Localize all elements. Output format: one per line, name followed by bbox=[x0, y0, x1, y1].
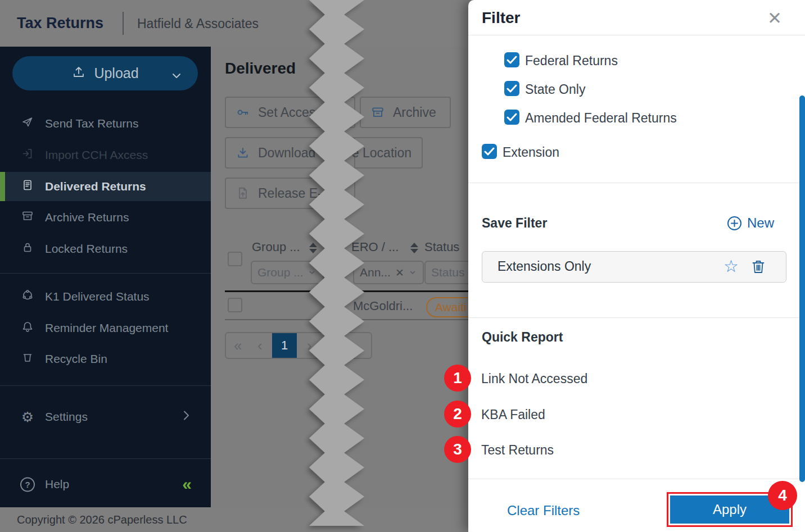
sidebar-item-reminder-management[interactable]: Reminder Management bbox=[0, 316, 211, 340]
sidebar-item-label: Help bbox=[45, 478, 69, 491]
clear-filters-link[interactable]: Clear Filters bbox=[507, 503, 580, 519]
lock-icon bbox=[20, 242, 35, 257]
sidebar-item-k1-delivered-status[interactable]: K1 Delivered Status bbox=[0, 284, 211, 309]
sort-icon[interactable] bbox=[309, 243, 317, 253]
check-icon bbox=[506, 55, 517, 65]
favorite-star-icon[interactable]: ☆ bbox=[723, 256, 739, 276]
upload-icon bbox=[71, 65, 86, 83]
quick-report-kba-failed[interactable]: KBA Failed bbox=[481, 407, 545, 422]
sidebar: Upload Send Tax Returns Import CCH Axces… bbox=[0, 47, 211, 507]
filter-panel-title: Filter bbox=[482, 9, 520, 27]
page-footer: Copyright © 2026 cPaperless LLC bbox=[0, 507, 468, 532]
current-page-button[interactable]: 1 bbox=[272, 333, 297, 358]
check-icon bbox=[484, 147, 495, 156]
ero-filter-dropdown[interactable]: Ann... ✕ bbox=[353, 261, 424, 284]
sidebar-item-archive-returns[interactable]: Archive Returns bbox=[0, 205, 211, 230]
main-content: Delivered Set Access Archive Download e … bbox=[211, 47, 468, 507]
status-filter-dropdown[interactable]: Status bbox=[424, 261, 468, 284]
sidebar-item-label: Settings bbox=[45, 410, 88, 424]
archive-label: Archive bbox=[393, 105, 436, 120]
state-only-checkbox[interactable] bbox=[504, 81, 519, 96]
plus-circle-icon bbox=[727, 216, 742, 231]
close-icon[interactable]: ✕ bbox=[767, 8, 782, 29]
location-label: e Location bbox=[352, 145, 411, 161]
collapse-sidebar-icon[interactable]: « bbox=[182, 475, 192, 494]
upload-label: Upload bbox=[94, 65, 138, 81]
new-filter-button[interactable]: New bbox=[727, 215, 774, 231]
check-icon bbox=[506, 84, 517, 93]
sidebar-divider bbox=[0, 385, 211, 386]
panel-divider bbox=[468, 479, 805, 479]
app-title: Tax Returns bbox=[17, 15, 103, 32]
change-location-button[interactable]: e Location bbox=[326, 137, 423, 169]
sidebar-divider bbox=[0, 273, 211, 274]
sidebar-item-send-tax-returns[interactable]: Send Tax Returns bbox=[0, 111, 211, 136]
new-label: New bbox=[747, 215, 774, 231]
status-badge: Awaiti bbox=[426, 297, 468, 317]
column-header-group[interactable]: Group ... bbox=[252, 240, 300, 254]
archive-icon bbox=[20, 210, 35, 225]
row-checkbox[interactable] bbox=[228, 298, 242, 312]
set-access-button[interactable]: Set Access bbox=[225, 97, 355, 128]
select-all-checkbox[interactable] bbox=[228, 252, 242, 266]
row-ero-value: McGoldri... bbox=[353, 299, 413, 313]
upload-button[interactable]: Upload bbox=[12, 56, 198, 90]
quick-report-test-returns[interactable]: Test Returns bbox=[481, 443, 554, 458]
release-label: Release E- bbox=[258, 186, 322, 201]
check-icon bbox=[506, 112, 517, 122]
tax-returns-app: Tax Returns Hatfield & Associates Upload… bbox=[0, 0, 805, 532]
sidebar-item-label: Delivered Returns bbox=[45, 180, 146, 193]
panel-scrollbar[interactable] bbox=[799, 96, 805, 482]
sidebar-item-locked-returns[interactable]: Locked Returns bbox=[0, 237, 211, 261]
chevron-down-icon bbox=[308, 269, 316, 276]
panel-divider bbox=[468, 183, 805, 183]
federal-returns-checkbox[interactable] bbox=[504, 52, 519, 67]
amended-federal-returns-label: Amended Federal Returns bbox=[525, 111, 677, 126]
trash-icon bbox=[20, 352, 35, 367]
state-only-label: State Only bbox=[525, 82, 585, 97]
annotation-badge-2: 2 bbox=[444, 401, 471, 428]
annotation-badge-3: 3 bbox=[444, 436, 471, 463]
first-page-button[interactable]: « bbox=[234, 333, 242, 358]
saved-filter-row[interactable]: Extensions Only ☆ bbox=[482, 251, 786, 283]
column-header-status[interactable]: Status bbox=[424, 240, 459, 254]
download-label: Download bbox=[258, 145, 315, 161]
archive-box-icon bbox=[371, 106, 385, 119]
chevron-down-icon bbox=[409, 269, 417, 276]
sidebar-item-recycle-bin[interactable]: Recycle Bin bbox=[0, 347, 211, 371]
sidebar-item-label: Import CCH Axcess bbox=[45, 148, 148, 162]
pagination: « ‹ 1 › bbox=[225, 332, 372, 359]
page-title: Delivered bbox=[225, 60, 296, 78]
file-upload-icon bbox=[236, 187, 250, 200]
key-icon bbox=[236, 106, 250, 119]
archive-button[interactable]: Archive bbox=[360, 97, 451, 128]
copyright-text: Copyright © 2026 cPaperless LLC bbox=[17, 513, 187, 526]
saved-filter-name: Extensions Only bbox=[498, 259, 591, 274]
help-icon: ? bbox=[20, 477, 35, 492]
panel-divider bbox=[468, 317, 805, 318]
table-header-divider bbox=[225, 290, 468, 292]
sidebar-item-help[interactable]: ? Help « bbox=[0, 472, 211, 497]
extension-checkbox[interactable] bbox=[482, 144, 497, 159]
annotation-badge-4: 4 bbox=[768, 481, 797, 510]
row-divider bbox=[225, 319, 468, 320]
bell-icon bbox=[20, 321, 35, 336]
sidebar-item-settings[interactable]: ⚙ Settings bbox=[0, 404, 211, 429]
extension-label: Extension bbox=[503, 145, 559, 160]
release-efile-button[interactable]: Release E- bbox=[225, 178, 355, 209]
prev-page-button[interactable]: ‹ bbox=[257, 333, 263, 358]
sidebar-item-label: Recycle Bin bbox=[45, 352, 107, 366]
group-filter-dropdown[interactable]: Group ... bbox=[251, 261, 324, 284]
k1-sphere-icon bbox=[20, 289, 35, 304]
amended-federal-returns-checkbox[interactable] bbox=[504, 110, 519, 125]
federal-returns-label: Federal Returns bbox=[525, 53, 618, 69]
sort-icon[interactable] bbox=[410, 243, 418, 253]
import-icon bbox=[20, 148, 35, 163]
column-header-ero[interactable]: ERO / ... bbox=[351, 240, 399, 254]
sidebar-item-delivered-returns[interactable]: Delivered Returns bbox=[0, 174, 211, 199]
clear-chip-icon[interactable]: ✕ bbox=[395, 266, 404, 279]
delete-filter-icon[interactable] bbox=[751, 259, 766, 277]
quick-report-link-not-accessed[interactable]: Link Not Accessed bbox=[481, 371, 587, 387]
next-page-button[interactable]: › bbox=[307, 333, 312, 358]
status-filter-placeholder: Status bbox=[431, 266, 465, 279]
